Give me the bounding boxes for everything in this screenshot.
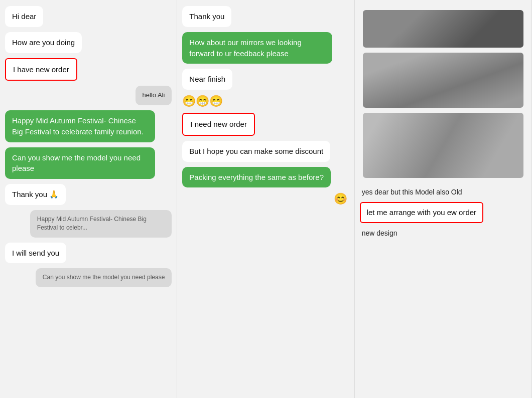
chat-column-2: Thank you How about our mirrors we looki… — [177, 0, 354, 398]
msg-hi-dear: Hi dear — [5, 6, 172, 27]
msg-i-have-new-order: I have new order — [5, 58, 172, 81]
msg-near-finish: Near finish — [182, 69, 349, 90]
product-image-3 — [363, 113, 523, 178]
msg-discount: But I hope you can make some discount — [182, 141, 349, 162]
msg-happy-festival: Happy Mid Autumn Festival- Chinese Big F… — [5, 110, 172, 142]
msg-hello-ali: hello Ali — [5, 86, 172, 105]
product-image-2 — [363, 53, 523, 108]
msg-arrange-order: let me arrange with you ew order — [360, 202, 526, 223]
msg-yes-dear: yes dear but this Model also Old — [360, 187, 526, 197]
msg-need-new-order: I need new order — [182, 113, 349, 136]
msg-show-model: Can you show me the model you need pleas… — [5, 147, 172, 179]
msg-quote2: Can you show me the model you need pleas… — [5, 268, 172, 287]
msg-how-are-you: How are you doing — [5, 32, 172, 53]
msg-thank-you: Thank you — [182, 6, 349, 27]
chat-column-1: Hi dear How are you doing I have new ord… — [0, 0, 177, 398]
msg-i-will-send: I will send you — [5, 243, 172, 264]
msg-mirrors-feedback: How about our mirrors we looking forward… — [182, 32, 349, 64]
msg-quote1: Happy Mid Autumn Festival- Chinese Big F… — [5, 210, 172, 238]
msg-packing: Packing everything the same as before? — [182, 167, 349, 188]
product-image-1 — [363, 10, 523, 48]
msg-new-design: new design — [360, 228, 526, 238]
msg-thank-you-pray: Thank you 🙏 — [5, 184, 172, 205]
footer-emoji: 😊 — [182, 192, 349, 206]
image-panel — [360, 6, 526, 182]
chat-column-3: yes dear but this Model also Old let me … — [355, 0, 532, 398]
msg-emoji-laugh: 😁😁😁 — [182, 95, 349, 108]
